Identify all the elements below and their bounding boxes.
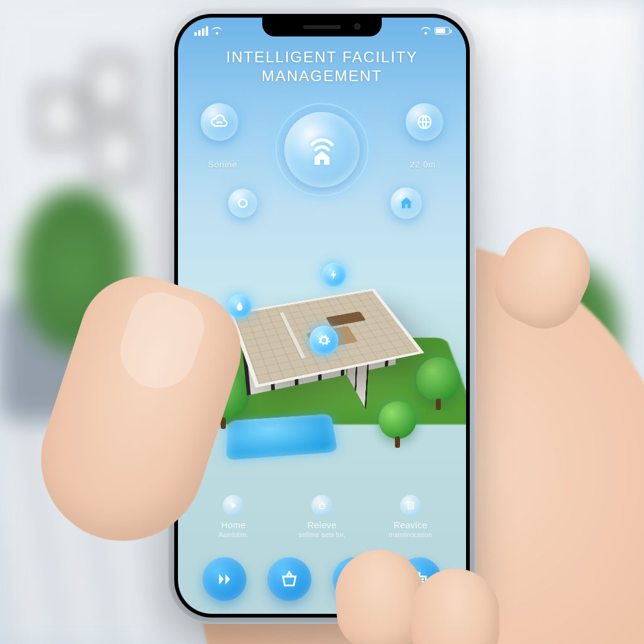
- hero-left-label: Sonine: [208, 160, 237, 169]
- orb-top-left[interactable]: [201, 103, 238, 141]
- tree-icon: [379, 401, 416, 439]
- status-bar: [178, 23, 466, 39]
- category-subtitle: maintinocation: [389, 531, 432, 538]
- orb-mid-left[interactable]: [228, 189, 257, 218]
- hotspot-settings[interactable]: [309, 326, 338, 355]
- hotspot-water[interactable]: [228, 294, 252, 318]
- wifi-cloud-icon: [210, 113, 229, 131]
- category-releve[interactable]: Releve sellime aets for,: [278, 495, 367, 538]
- play-icon: [223, 495, 244, 516]
- home-outline-icon: [399, 196, 414, 211]
- globe-icon: [415, 113, 434, 131]
- building-icon: [400, 495, 421, 516]
- svg-point-1: [239, 199, 247, 208]
- category-title: Home: [221, 520, 246, 530]
- ring-icon: [236, 196, 250, 210]
- category-subtitle: Aainlotiin.: [219, 531, 248, 538]
- hotspot-power[interactable]: [322, 263, 346, 287]
- category-title: Releve: [308, 520, 337, 530]
- bluetooth-status-icon: [421, 27, 431, 35]
- drop-icon: [234, 301, 245, 312]
- category-subtitle: sellime aets for,: [299, 531, 346, 538]
- hero-right-label: 22 0m: [410, 160, 436, 169]
- basket-icon: [311, 495, 333, 516]
- wifi-status-icon: [212, 27, 222, 35]
- app-title: INTELLIGENT FACILITY MANAGEMENT: [178, 48, 466, 86]
- cellular-signal-icon: [194, 26, 208, 36]
- category-reavice[interactable]: Reavice maintinocation: [366, 495, 455, 538]
- skip-play-icon: [214, 569, 235, 590]
- basket-icon: [279, 569, 300, 590]
- orb-mid-right[interactable]: [391, 187, 422, 219]
- category-home[interactable]: Home Aainlotiin.: [189, 495, 278, 538]
- app-title-line1: INTELLIGENT FACILITY: [178, 48, 466, 67]
- app-title-line2: MANAGEMENT: [178, 67, 466, 86]
- nav-play-button[interactable]: [203, 557, 247, 601]
- wifi-home-icon: [302, 130, 342, 170]
- tree-icon: [416, 357, 460, 401]
- category-title: Reavice: [394, 520, 428, 530]
- orb-top-right[interactable]: [406, 103, 443, 141]
- gear-icon: [317, 333, 331, 347]
- category-row: Home Aainlotiin. Releve sellime aets for…: [178, 495, 466, 538]
- pool: [226, 414, 338, 460]
- nav-basket-button[interactable]: [267, 557, 311, 601]
- battery-icon: [435, 27, 450, 35]
- bolt-icon: [328, 269, 340, 280]
- svg-rect-2: [408, 502, 413, 509]
- orb-main-home[interactable]: [284, 112, 360, 187]
